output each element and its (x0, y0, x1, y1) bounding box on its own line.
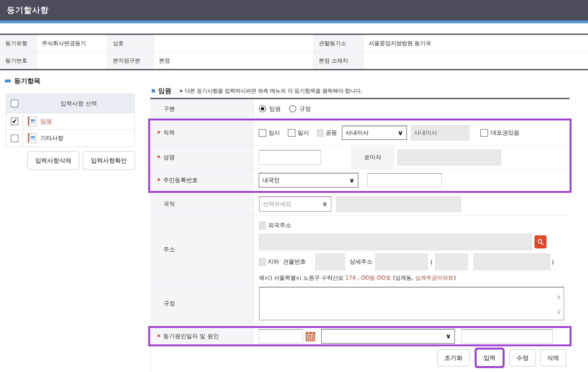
required-mark: * (157, 333, 161, 341)
registration-info-table: 등기유형 주식회사변경등기 상호 관할등기소 서울중앙지방법원 등기국 등기번호… (0, 34, 588, 70)
sidebar-buttons: 입력사항삭제 입력사항확인 (27, 151, 135, 170)
scroll-down-icon[interactable]: ∨ (556, 308, 561, 315)
category-row: 구분 임원 규정 (150, 99, 569, 119)
page-header: 등기할사항 (0, 0, 588, 20)
representative-checkbox[interactable] (480, 129, 488, 137)
address-example: 예시) 서울특별시 노원구 수락산로 174 , OO동 OO호 (상계동, 상… (259, 274, 456, 281)
cause-date-input[interactable] (259, 329, 303, 343)
name-row: * 성명 로마자 (150, 145, 570, 169)
rrn-label: 주민등록번호 (163, 176, 198, 184)
rrn-row: * 주민등록번호 내국인 ∨ (150, 169, 570, 191)
rule-row: 규정 ∧ ∨ (150, 284, 569, 323)
select-all-checkbox[interactable] (11, 100, 18, 107)
name-input[interactable] (259, 150, 321, 165)
position-readonly-field (411, 125, 469, 140)
head-office-location-value (363, 52, 588, 69)
reg-type-label: 등기유형 (0, 35, 37, 52)
items-header-row: 입력사항 선택 (6, 94, 134, 113)
sidebar-section-title: 등기항목 (5, 77, 40, 85)
sidebar-item-other[interactable]: 기타사항 (40, 134, 63, 142)
other-item-checkbox[interactable] (11, 135, 18, 142)
position-row: * 직책 임시 일시 공동 사내이사 ∨ 대표권있음 (150, 120, 570, 145)
highlight-box-required-fields: * 직책 임시 일시 공동 사내이사 ∨ 대표권있음 (148, 119, 571, 193)
trade-name-label: 상호 (108, 35, 154, 52)
chevron-down-icon: ∨ (346, 173, 358, 187)
reset-button[interactable]: 초기화 (437, 349, 470, 366)
chevron-down-icon: ∨ (442, 330, 454, 343)
position-label: 직책 (163, 129, 175, 137)
address-search-button[interactable] (534, 235, 547, 248)
rule-radio-label: 규정 (299, 105, 311, 113)
nationality-type-select[interactable]: 내국인 ∨ (259, 173, 358, 188)
input-button[interactable]: 입력 (476, 349, 503, 366)
table-row: 등기유형 주식회사변경등기 상호 관할등기소 서울중앙지방법원 등기국 (0, 35, 588, 52)
section-note: 다른 등기사항을 입력하시려면 좌측 메뉴의 각 등기항목을 클릭해야 합니다. (185, 87, 362, 94)
scroll-up-icon[interactable]: ∧ (556, 294, 561, 301)
address-label: 주소 (150, 215, 254, 283)
trade-name-value (154, 35, 314, 52)
building-number-input (315, 254, 345, 270)
delete-button[interactable]: 삭제 (540, 349, 566, 366)
temporary-checkbox-label: 임시 (268, 129, 280, 137)
rule-radio[interactable] (289, 105, 296, 112)
cause-label: 등기원인일자 및 원인 (163, 332, 219, 340)
notebook-icon (27, 133, 37, 144)
required-mark: * (157, 130, 161, 137)
building-number-label: 건물번호 (283, 258, 306, 266)
rule-label: 규정 (150, 284, 254, 323)
required-mark: * (157, 154, 161, 162)
form-action-buttons: 초기화 입력 수정 삭제 (150, 349, 569, 366)
main-section-title: 임원 다른 등기사항을 입력하시려면 좌측 메뉴의 각 등기항목을 클릭해야 합… (152, 87, 362, 95)
detail-address-input (375, 254, 428, 270)
reg-number-value (37, 52, 108, 69)
header-accent-bar (0, 20, 588, 23)
rrn-input[interactable] (367, 173, 442, 187)
foreign-address-label: 외국주소 (268, 221, 291, 229)
address-row: 주소 외국주소 지하 건물번호 상세주소 (150, 215, 569, 284)
name-label: 성명 (163, 153, 175, 161)
items-header-label: 입력사항 선택 (23, 94, 134, 113)
reg-number-label: 등기번호 (0, 52, 37, 69)
chevron-down-icon: ∨ (319, 197, 331, 211)
representative-checkbox-label: 대표권있음 (491, 129, 520, 137)
registry-office-value: 서울중앙지방법원 등기국 (363, 35, 588, 52)
rule-textarea[interactable] (259, 287, 564, 320)
delete-items-button[interactable]: 입력사항삭제 (27, 151, 79, 170)
nationality-label: 국적 (150, 193, 254, 215)
chevron-down-icon: ∨ (394, 126, 406, 139)
registration-items-table: 입력사항 선택 ✔ 임원 (6, 94, 135, 147)
head-office-location-label: 본점 소재지 (314, 52, 363, 69)
temporary-checkbox[interactable] (259, 129, 266, 137)
highlight-box-cause: * 등기원인일자 및 원인 (148, 326, 571, 346)
foreign-address-checkbox (259, 222, 266, 229)
page-title: 등기할사항 (7, 5, 49, 16)
bullet-icon (5, 79, 11, 82)
sidebar-title-text: 등기항목 (14, 77, 40, 85)
nationality-row: 국적 선택하세요 ∨ (150, 193, 569, 215)
romanized-label: 로마자 (364, 153, 382, 161)
sidebar-item-officer[interactable]: 임원 (40, 118, 52, 125)
notebook-icon (27, 116, 37, 127)
note-bullet-icon (180, 90, 182, 92)
list-item: 기타사항 (6, 130, 134, 147)
header-accent-bar-light (0, 23, 588, 24)
address-main-input (259, 234, 532, 250)
daily-checkbox-label: 일시 (298, 129, 309, 137)
confirm-items-button[interactable]: 입력사항확인 (83, 151, 135, 170)
romanized-input (397, 150, 501, 165)
daily-checkbox[interactable] (288, 129, 295, 137)
cause-detail-input[interactable] (461, 329, 553, 343)
modify-button[interactable]: 수정 (510, 349, 536, 366)
officer-radio[interactable] (259, 105, 266, 112)
dong-input (435, 254, 468, 270)
calendar-button[interactable] (305, 331, 315, 342)
position-select[interactable]: 사내이사 ∨ (342, 126, 407, 140)
cause-select[interactable]: ∨ (321, 329, 455, 344)
office-division-label: 본지점구분 (108, 52, 154, 69)
cause-row: * 등기원인일자 및 원인 (150, 328, 570, 344)
officer-item-checkbox[interactable]: ✔ (11, 118, 18, 125)
calendar-icon (305, 331, 315, 342)
detail-address-label: 상세주소 (349, 258, 373, 266)
basement-label: 지하 (268, 258, 279, 266)
registry-office-label: 관할등기소 (314, 35, 363, 52)
